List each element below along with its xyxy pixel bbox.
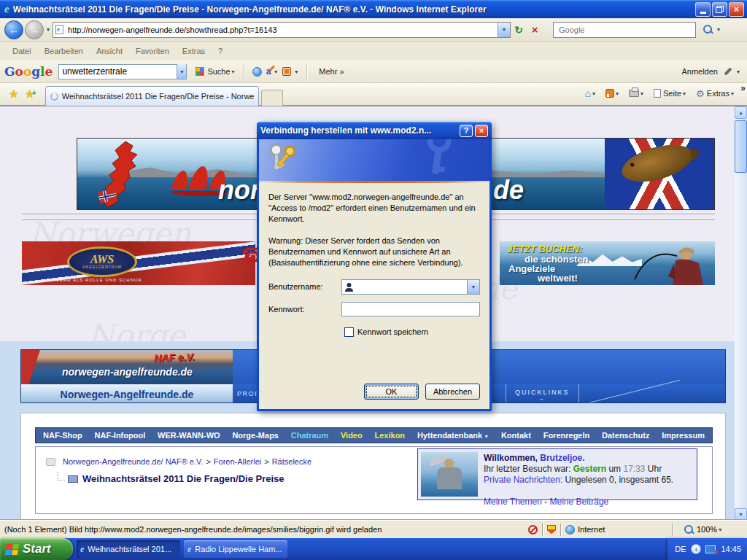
nav-naf-shop[interactable]: NAF-Shop <box>43 431 82 440</box>
nav-datenschutz[interactable]: Datenschutz <box>602 431 649 440</box>
menu-ansicht[interactable]: Ansicht <box>90 47 129 55</box>
zoom-dropdown[interactable]: ▾ <box>719 526 721 533</box>
breadcrumb-root-link[interactable]: Norwegen-Angelfreunde.de/ NAF® e.V. <box>63 457 203 466</box>
nav-impressum[interactable]: Impressum <box>662 431 705 440</box>
suche-dropdown[interactable]: ▾ <box>232 69 235 75</box>
my-threads-link[interactable]: Meine Themen <box>484 497 542 507</box>
menu-extras[interactable]: Extras <box>176 47 212 55</box>
nav-norge-maps[interactable]: Norge-Maps <box>232 431 279 440</box>
settings-dropdown[interactable]: ▾ <box>737 69 740 75</box>
orange-dropdown[interactable]: ▾ <box>295 69 298 75</box>
scroll-down-button[interactable]: ▼ <box>735 508 747 520</box>
menu-help[interactable]: ? <box>212 47 229 55</box>
search-dropdown[interactable]: ▾ <box>717 26 720 33</box>
toolbar-overflow-chevron[interactable]: » <box>740 83 746 93</box>
home-button[interactable]: ⌂▾ <box>584 88 597 99</box>
forum-banner-image[interactable]: NAF e.V. norwegen-angelfreunde.de <box>21 350 233 384</box>
search-box[interactable] <box>553 22 696 38</box>
earth-icon[interactable] <box>252 67 262 77</box>
menu-datei[interactable]: Datei <box>6 47 38 55</box>
help-icon: ? <box>464 126 469 135</box>
window-title: Weihnachtsrätsel 2011 Die Fragen/Die Pre… <box>13 4 694 15</box>
seite-dropdown[interactable]: ▾ <box>683 90 686 97</box>
welcome-username-link[interactable]: Brutzeljoe. <box>540 453 584 463</box>
chevron-down-icon: ▼ <box>484 434 489 439</box>
nav-kontakt[interactable]: Kontakt <box>501 431 531 440</box>
nav-lexikon[interactable]: Lexikon <box>375 431 406 440</box>
booking-ad-banner[interactable]: JETZT BUCHEN: die schönsten Angelziele w… <box>500 241 715 285</box>
menu-favoriten[interactable]: Favoriten <box>129 47 176 55</box>
feeds-button[interactable]: ▾ <box>605 89 622 98</box>
breadcrumb-forum-link[interactable]: Foren-Allerlei <box>214 457 261 466</box>
nav-naf-infopool[interactable]: NAF-Infopool <box>95 431 146 440</box>
security-zone[interactable]: Internet <box>565 525 667 534</box>
dialog-close-button[interactable]: × <box>475 125 488 137</box>
taskbar-window-1[interactable]: e Weihnachtsrätsel 201... <box>77 540 180 558</box>
extras-dropdown[interactable]: ▾ <box>731 90 734 97</box>
dialog-title-bar[interactable]: Verbindung herstellen mit www.mod2.n... … <box>257 122 492 139</box>
breadcrumb-subforum-link[interactable]: Rätselecke <box>272 457 311 466</box>
scrollbar-thumb[interactable] <box>735 120 747 173</box>
address-dropdown[interactable]: ▼ <box>498 23 510 37</box>
google-search-input[interactable] <box>59 66 177 77</box>
restore-button[interactable] <box>712 2 727 17</box>
feeds-dropdown[interactable]: ▾ <box>616 90 619 97</box>
vertical-scrollbar[interactable]: ▲ ▼ <box>735 106 747 520</box>
google-search-field[interactable]: ▼ <box>58 64 187 79</box>
nav-forenregeln[interactable]: Forenregeln <box>543 431 590 440</box>
forward-button[interactable]: → <box>25 20 44 39</box>
back-button[interactable]: ← <box>4 20 23 39</box>
remember-password-checkbox[interactable] <box>344 327 354 337</box>
dialog-help-button[interactable]: ? <box>460 125 473 137</box>
google-suche-button[interactable]: Suche ▾ <box>193 67 237 76</box>
nav-hyttendatenbank[interactable]: Hyttendatenbank▼ <box>417 431 489 440</box>
popup-blocker-icon[interactable] <box>528 525 538 534</box>
forum-menu-quicklinks[interactable]: QUICKLINKS ⌄ <box>506 384 579 403</box>
taskbar-window-2[interactable]: e Radio Lippewelle Ham... <box>184 540 287 558</box>
orange-window-icon[interactable] <box>282 67 291 76</box>
search-input[interactable] <box>557 25 695 35</box>
close-button[interactable]: × <box>729 2 744 17</box>
print-button[interactable]: ▾ <box>629 90 646 97</box>
nav-chatraum[interactable]: Chatraum <box>291 431 328 440</box>
language-indicator[interactable]: DE <box>675 545 686 553</box>
anmelden-button[interactable]: Anmelden <box>681 67 718 76</box>
address-input[interactable] <box>66 25 498 35</box>
private-messages-link[interactable]: Private Nachrichten: <box>484 475 562 485</box>
autofill-icon[interactable]: a <box>266 66 271 77</box>
autofill-dropdown[interactable]: ▾ <box>274 69 277 75</box>
nav-wer-wann-wo[interactable]: WER-WANN-WO <box>158 431 220 440</box>
rss-icon <box>605 89 614 98</box>
nav-video[interactable]: Video <box>341 431 363 440</box>
aws-ad-banner[interactable]: AWS ANGELCENTRUM MEHR ALS ROLLE UND SCHN… <box>22 241 255 285</box>
new-tab-button[interactable] <box>261 90 283 106</box>
start-button[interactable]: Start <box>0 538 73 560</box>
my-posts-link[interactable]: Meine Beiträge <box>550 497 609 507</box>
tab-active[interactable]: Weihnachtsrätsel 2011 Die Fragen/Die Pre… <box>45 86 259 106</box>
security-shield-icon[interactable] <box>547 525 556 534</box>
wrench-icon[interactable] <box>724 67 732 75</box>
menu-bearbeiten[interactable]: Bearbeiten <box>38 47 90 55</box>
scroll-up-button[interactable]: ▲ <box>735 106 747 119</box>
username-dropdown[interactable]: ▼ <box>467 280 479 294</box>
network-disconnected-icon[interactable] <box>705 545 716 553</box>
password-input[interactable] <box>341 302 480 316</box>
favorites-star-icon[interactable]: ★ <box>9 88 18 101</box>
stop-button[interactable]: × <box>527 23 543 36</box>
cancel-button[interactable]: Abbrechen <box>425 384 480 400</box>
print-dropdown[interactable]: ▾ <box>640 90 643 97</box>
history-dropdown[interactable]: ▾ <box>47 26 50 33</box>
zoom-control[interactable]: 100% ▾ <box>677 525 747 534</box>
extras-button[interactable]: ⚙ Extras▾ <box>696 88 737 99</box>
address-field[interactable]: ▼ <box>53 22 511 38</box>
home-dropdown[interactable]: ▾ <box>592 90 595 97</box>
refresh-button[interactable]: ↻ <box>511 24 527 36</box>
hide-icons-button[interactable]: ‹ <box>691 544 701 554</box>
mehr-button[interactable]: Mehr » <box>319 67 344 76</box>
search-icon[interactable] <box>703 25 713 34</box>
ok-button[interactable]: OK <box>364 384 419 400</box>
google-search-dropdown[interactable]: ▼ <box>177 64 186 79</box>
username-combo[interactable]: ▼ <box>341 279 480 295</box>
minimize-button[interactable] <box>695 2 711 17</box>
seite-button[interactable]: Seite▾ <box>654 89 689 98</box>
